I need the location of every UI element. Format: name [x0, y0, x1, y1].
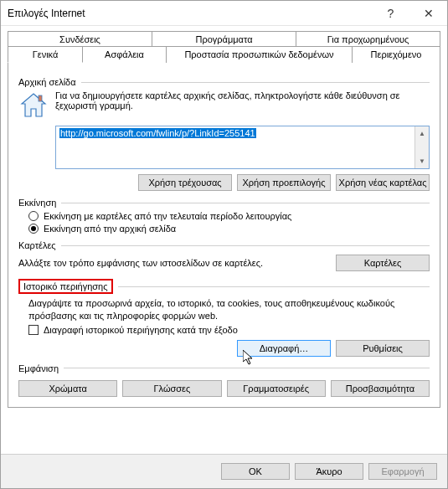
internet-options-dialog: Επιλογές Internet ? ✕ Συνδέσεις Προγράμμ…	[0, 0, 448, 489]
group-home-label: Αρχική σελίδα	[18, 77, 81, 87]
tab-connections[interactable]: Συνδέσεις	[8, 31, 152, 47]
home-url-textarea[interactable]: http://go.microsoft.com/fwlink/p/?LinkId…	[55, 126, 430, 169]
history-delete-on-exit[interactable]: Διαγραφή ιστορικού περιήγησης κατά την έ…	[28, 325, 430, 335]
group-history: Ιστορικό περιήγησης	[18, 279, 430, 294]
window-title: Επιλογές Internet	[8, 8, 372, 19]
dialog-footer: OK Άκυρο Εφαρμογή	[1, 454, 447, 488]
tab-row-bottom: Γενικά Ασφάλεια Προστασία προσωπικών δεδ…	[8, 47, 440, 63]
tab-programs[interactable]: Προγράμματα	[152, 31, 296, 47]
tab-privacy[interactable]: Προστασία προσωπικών δεδομένων	[167, 46, 353, 63]
tabs-button[interactable]: Καρτέλες	[336, 255, 430, 271]
close-button[interactable]: ✕	[409, 1, 447, 26]
group-appearance: Εμφάνιση	[18, 363, 430, 373]
scroll-up-icon[interactable]: ▲	[415, 126, 429, 141]
svg-rect-1	[39, 95, 42, 101]
group-tabs-label: Καρτέλες	[18, 240, 61, 250]
tab-content[interactable]: Περιεχόμενο	[353, 46, 440, 63]
tab-panel-general: Αρχική σελίδα Για να δημιουργήσετε καρτέ…	[8, 62, 440, 408]
home-instruction: Για να δημιουργήσετε καρτέλες αρχικής σε…	[55, 90, 430, 121]
history-buttons: Διαγραφή… Ρυθμίσεις	[18, 340, 430, 357]
radio-icon	[28, 224, 39, 234]
content-area: Συνδέσεις Προγράμματα Για προχωρημένους …	[1, 26, 447, 454]
tab-security[interactable]: Ασφάλεια	[83, 46, 167, 63]
group-startup: Εκκίνηση	[18, 198, 430, 208]
use-current-button[interactable]: Χρήση τρέχουσας	[138, 174, 232, 191]
ok-button[interactable]: OK	[221, 463, 290, 480]
languages-button[interactable]: Γλώσσες	[122, 380, 221, 397]
startup-option-1-label: Εκκίνηση με καρτέλες από την τελευταία π…	[44, 211, 291, 221]
history-check-label: Διαγραφή ιστορικού περιήγησης κατά την έ…	[44, 325, 238, 335]
use-default-button[interactable]: Χρήση προεπιλογής	[237, 174, 331, 191]
startup-option-2-label: Εκκίνηση από την αρχική σελίδα	[44, 224, 176, 234]
radio-icon	[28, 211, 39, 221]
tabs-desc: Αλλάξτε τον τρόπο εμφάνισης των ιστοσελί…	[18, 257, 263, 269]
tab-row-top: Συνδέσεις Προγράμματα Για προχωρημένους	[8, 31, 440, 47]
use-newtab-button[interactable]: Χρήση νέας καρτέλας	[336, 174, 430, 191]
startup-option-last-session[interactable]: Εκκίνηση με καρτέλες από την τελευταία π…	[28, 211, 430, 221]
group-appearance-label: Εμφάνιση	[18, 363, 64, 373]
history-desc: Διαγράψτε τα προσωρινά αρχεία, το ιστορι…	[28, 297, 430, 322]
scrollbar[interactable]: ▲ ▼	[415, 126, 429, 168]
tab-general[interactable]: Γενικά	[8, 46, 83, 63]
tab-advanced[interactable]: Για προχωρημένους	[296, 31, 440, 47]
history-label-highlight: Ιστορικό περιήγησης	[18, 279, 113, 294]
group-home: Αρχική σελίδα	[18, 77, 430, 87]
checkbox-icon	[28, 325, 39, 335]
group-history-label: Ιστορικό περιήγησης	[23, 281, 108, 291]
tabs-row: Αλλάξτε τον τρόπο εμφάνισης των ιστοσελί…	[18, 254, 430, 272]
accessibility-button[interactable]: Προσβασιμότητα	[331, 380, 430, 397]
home-icon	[18, 90, 49, 121]
home-row: Για να δημιουργήσετε καρτέλες αρχικής σε…	[18, 90, 430, 121]
fonts-button[interactable]: Γραμματοσειρές	[227, 380, 326, 397]
group-startup-label: Εκκίνηση	[18, 198, 61, 208]
group-tabs: Καρτέλες	[18, 240, 430, 250]
startup-option-home[interactable]: Εκκίνηση από την αρχική σελίδα	[28, 224, 430, 234]
colors-button[interactable]: Χρώματα	[18, 380, 117, 397]
help-button[interactable]: ?	[372, 1, 409, 26]
apply-button[interactable]: Εφαρμογή	[368, 463, 437, 480]
scroll-down-icon[interactable]: ▼	[415, 154, 429, 168]
history-settings-button[interactable]: Ρυθμίσεις	[336, 340, 430, 357]
titlebar: Επιλογές Internet ? ✕	[1, 1, 447, 26]
appearance-buttons: Χρώματα Γλώσσες Γραμματοσειρές Προσβασιμ…	[18, 380, 430, 397]
home-url-value[interactable]: http://go.microsoft.com/fwlink/p/?LinkId…	[56, 126, 415, 168]
home-buttons: Χρήση τρέχουσας Χρήση προεπιλογής Χρήση …	[18, 174, 430, 191]
cancel-button[interactable]: Άκυρο	[295, 463, 363, 480]
delete-history-button[interactable]: Διαγραφή…	[237, 340, 331, 357]
